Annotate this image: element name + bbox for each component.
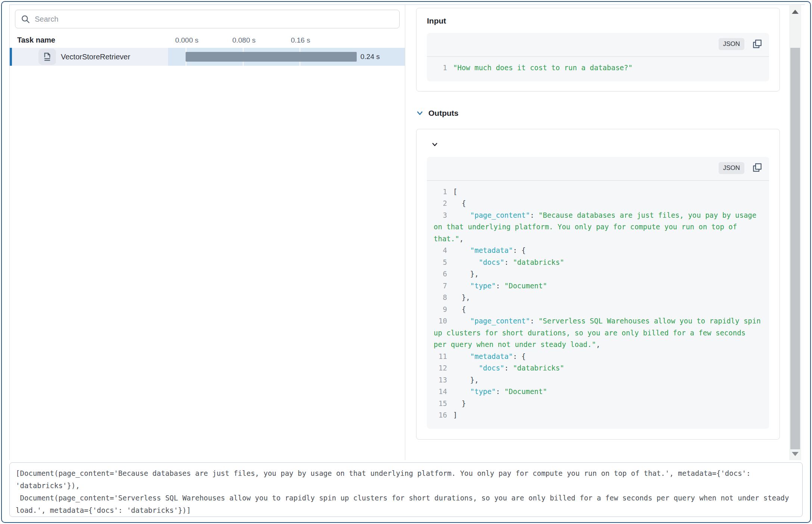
task-name-column-header: Task name	[10, 32, 168, 48]
duration-bar[interactable]	[186, 52, 357, 62]
outputs-json-viewer: JSON 1[2 {3 "page_content": "Because dat…	[427, 157, 769, 429]
timeline-axis: 0.000 s 0.080 s 0.16 s	[168, 32, 405, 48]
code-line: 3 "page_content": "Because databases are…	[434, 210, 762, 245]
outputs-code-block: 1[2 {3 "page_content": "Because database…	[427, 181, 769, 429]
task-row-vectorstoreretriever[interactable]: VectorStoreRetriever 0.24 s	[10, 48, 405, 66]
app-window: Task name 0.000 s 0.080 s 0.16 s	[1, 1, 811, 523]
task-row-timeline-cell: 0.24 s	[168, 48, 405, 66]
search-icon	[21, 14, 30, 24]
span-type-badge	[38, 49, 56, 65]
line-number: 2	[434, 198, 447, 210]
input-json-viewer: JSON 1"How much does it cost to run a da…	[427, 33, 769, 81]
code-line: 11 "metadata": {	[434, 351, 762, 363]
raw-output-panel: [Document(page_content='Because database…	[9, 462, 803, 517]
vertical-scrollbar[interactable]	[789, 5, 801, 460]
chevron-down-icon	[416, 109, 424, 117]
outputs-section-title: Outputs	[428, 109, 458, 118]
line-number: 13	[434, 374, 447, 386]
code-line: 16]	[434, 409, 762, 421]
line-number: 9	[434, 304, 447, 316]
search-box[interactable]	[15, 10, 400, 28]
task-tree-pane: Task name 0.000 s 0.080 s 0.16 s	[9, 5, 405, 460]
search-wrap	[15, 10, 400, 28]
line-number: 4	[434, 245, 447, 257]
timeline-tick: 0.000 s	[175, 36, 198, 44]
duration-label: 0.24 s	[360, 53, 380, 61]
scrollbar-thumb[interactable]	[790, 48, 800, 449]
scrollbar-down-arrow[interactable]	[789, 448, 801, 459]
code-line: 15 }	[434, 398, 762, 410]
timeline-tick: 0.16 s	[291, 36, 310, 44]
line-number: 14	[434, 386, 447, 398]
scrollbar-up-arrow[interactable]	[789, 6, 801, 17]
output-item-collapse-toggle[interactable]	[431, 141, 438, 148]
timeline-tick: 0.080 s	[232, 36, 255, 44]
code-line: 7 "type": "Document"	[434, 280, 762, 292]
code-line: 8 },	[434, 292, 762, 304]
line-number: 5	[434, 257, 447, 269]
search-input[interactable]	[35, 15, 394, 24]
selected-row-indicator	[10, 48, 12, 66]
code-line: 4 "metadata": {	[434, 245, 762, 257]
code-line: 14 "type": "Document"	[434, 386, 762, 398]
code-line: 1[	[434, 186, 762, 198]
code-line: 5 "docs": "databricks"	[434, 257, 762, 269]
line-number: 11	[434, 351, 447, 363]
task-row-name-cell: VectorStoreRetriever	[10, 48, 168, 66]
document-icon	[42, 52, 52, 62]
code-line: 1"How much does it cost to run a databas…	[434, 62, 762, 74]
input-section: Input JSON 1"How much does it cost to ru…	[416, 8, 780, 92]
json-viewer-toolbar: JSON	[427, 33, 769, 57]
line-number: 7	[434, 280, 447, 292]
copy-icon	[752, 39, 762, 49]
line-number: 16	[434, 409, 447, 421]
copy-icon	[752, 162, 762, 173]
line-number: 3	[434, 210, 447, 221]
outputs-section-heading: Outputs	[416, 109, 805, 118]
code-line: 6 },	[434, 268, 762, 280]
code-line: 10 "page_content": "Serverless SQL Wareh…	[434, 315, 762, 351]
span-detail-pane: Input JSON 1"How much does it cost to ru…	[405, 5, 805, 460]
tree-header: Task name 0.000 s 0.080 s 0.16 s	[10, 32, 405, 48]
code-line: 12 "docs": "databricks"	[434, 362, 762, 374]
json-viewer-toolbar: JSON	[427, 157, 769, 181]
input-code-block: 1"How much does it cost to run a databas…	[427, 57, 769, 81]
chevron-down-icon	[431, 141, 438, 148]
trace-view: Task name 0.000 s 0.080 s 0.16 s	[9, 4, 805, 460]
copy-button[interactable]	[751, 38, 763, 50]
line-number: 8	[434, 292, 447, 304]
line-number: 10	[434, 315, 447, 327]
json-format-badge[interactable]: JSON	[719, 162, 744, 174]
task-row-label: VectorStoreRetriever	[61, 53, 130, 61]
line-number: 12	[434, 362, 447, 374]
line-number: 15	[434, 398, 447, 410]
line-number: 6	[434, 268, 447, 280]
json-format-badge[interactable]: JSON	[719, 38, 744, 50]
outputs-collapse-toggle[interactable]	[416, 109, 424, 117]
input-section-title: Input	[427, 16, 769, 25]
outputs-section: JSON 1[2 {3 "page_content": "Because dat…	[416, 129, 780, 440]
copy-button[interactable]	[751, 162, 763, 174]
code-line: 2 {	[434, 198, 762, 210]
line-number: 1	[434, 186, 447, 198]
code-line: 9 {	[434, 304, 762, 316]
code-line: 13 },	[434, 374, 762, 386]
line-number: 1	[434, 62, 447, 74]
